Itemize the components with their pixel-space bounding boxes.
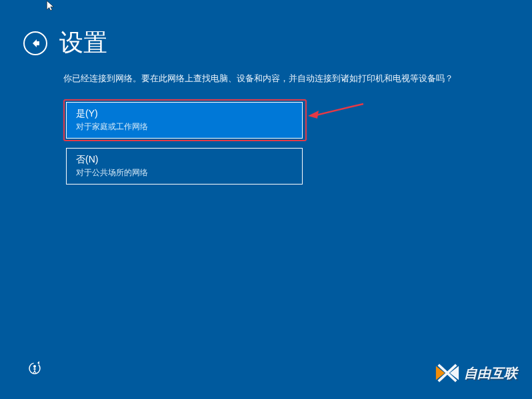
highlight-annotation: 是(Y) 对于家庭或工作网络 <box>63 99 307 141</box>
page-title: 设置 <box>59 27 107 59</box>
accessibility-icon[interactable] <box>27 360 43 376</box>
back-button[interactable] <box>23 31 47 55</box>
svg-point-3 <box>33 365 36 368</box>
option-no-button[interactable]: 否(N) 对于公共场所的网络 <box>66 148 303 185</box>
watermark-logo-icon <box>435 363 460 383</box>
network-description: 你已经连接到网络。要在此网络上查找电脑、设备和内容，并自动连接到诸如打印机和电视… <box>63 73 469 85</box>
option-no-label: 否(N) <box>76 154 293 166</box>
option-yes-button[interactable]: 是(Y) 对于家庭或工作网络 <box>66 102 303 139</box>
bottom-left-controls <box>27 360 43 379</box>
back-arrow-icon <box>30 38 41 49</box>
watermark-text: 自由互联 <box>464 364 517 382</box>
content-area: 你已经连接到网络。要在此网络上查找电脑、设备和内容，并自动连接到诸如打印机和电视… <box>0 73 532 185</box>
option-yes-label: 是(Y) <box>76 108 293 120</box>
header: 设置 <box>0 0 532 73</box>
option-yes-sublabel: 对于家庭或工作网络 <box>76 121 293 133</box>
watermark: 自由互联 <box>435 363 517 383</box>
option-no-sublabel: 对于公共场所的网络 <box>76 167 293 179</box>
